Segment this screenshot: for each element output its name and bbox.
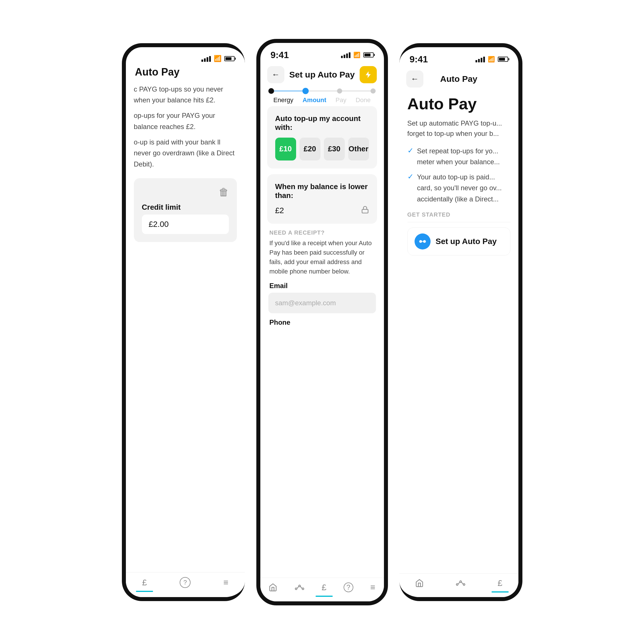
nav-indicator-center	[316, 596, 333, 597]
svg-rect-0	[362, 209, 368, 213]
amount-card-title: Auto top-up my account with:	[275, 114, 369, 132]
email-input[interactable]: sam@example.com	[268, 293, 376, 313]
back-button-right[interactable]: ←	[406, 70, 423, 88]
time-center: 9:41	[271, 50, 289, 60]
amount-btn-other[interactable]: Other	[348, 138, 369, 160]
setup-icon	[415, 233, 431, 249]
lightning-button[interactable]	[360, 66, 377, 83]
nav-indicator-left	[136, 591, 153, 592]
amount-btn-30[interactable]: £30	[324, 138, 345, 160]
amount-card: Auto top-up my account with: £10 £20 £30…	[267, 106, 377, 169]
nav-usage-center[interactable]	[294, 584, 305, 591]
credit-card: 🗑 Credit limit £2.00	[134, 178, 237, 242]
steps-container: Energy Amount Pay Done	[260, 88, 384, 106]
nav-pound-right[interactable]: £	[498, 578, 502, 588]
nav-header-center: ← Set up Auto Pay	[260, 63, 384, 88]
step-dot-1	[268, 88, 274, 94]
status-icons-left: 📶	[201, 55, 235, 62]
pound-icon-right: £	[498, 578, 502, 588]
steps-labels: Energy Amount Pay Done	[268, 94, 376, 104]
divider-right	[407, 222, 510, 222]
step-dot-3	[337, 88, 342, 94]
status-icons-center: 📶	[341, 51, 374, 58]
feature-item-1: ✓ Set repeat top-ups for yo...meter when…	[407, 146, 510, 168]
right-content: Auto Pay Set up automatic PAYG top-u...f…	[399, 92, 518, 573]
battery-right	[498, 57, 508, 62]
balance-card: When my balance is lower than: £2	[267, 174, 377, 224]
check-icon-2: ✓	[407, 172, 414, 205]
auto-pay-heading: Auto Pay	[407, 95, 510, 113]
pound-icon-left: £	[142, 578, 147, 587]
nav-header-right: ← Auto Pay	[399, 68, 518, 92]
get-started-label: GET STARTED	[407, 211, 510, 218]
bottom-nav-center: £ ? ≡	[260, 578, 384, 601]
email-placeholder: sam@example.com	[275, 299, 336, 307]
nav-item-menu-left[interactable]: ≡	[223, 578, 229, 587]
nav-item-help-left[interactable]: ?	[180, 577, 191, 588]
nav-home-right[interactable]	[415, 579, 424, 587]
amount-btn-20[interactable]: £20	[300, 138, 320, 160]
left-page-title: Auto Pay	[135, 66, 180, 78]
nav-title-center: Set up Auto Pay	[289, 70, 355, 80]
setup-autopay-button[interactable]: Set up Auto Pay	[407, 227, 510, 255]
step-line-1	[274, 91, 302, 91]
phone-right: 9:41 📶 ← Auto Pay Auto Pay Set up automa…	[399, 43, 522, 601]
credit-limit-label: Credit limit	[142, 203, 181, 212]
left-body-3: o-up is paid with your bank ll never go …	[134, 137, 237, 170]
email-label: Email	[268, 282, 376, 290]
left-content: c PAYG top-ups so you never when your ba…	[126, 81, 245, 572]
nav-item-pound-left[interactable]: £	[142, 578, 147, 587]
signal-left	[201, 56, 211, 62]
nav-pound-center[interactable]: £	[322, 582, 326, 592]
step-label-pay: Pay	[336, 96, 346, 104]
step-label-done: Done	[356, 96, 371, 104]
step-line-3	[342, 91, 370, 91]
battery-center	[363, 52, 374, 58]
scene: 9:41 📶 Auto Pay c PAYG top-ups so you ne…	[0, 0, 644, 644]
home-icon-center	[269, 583, 277, 592]
status-bar-center: 9:41 📶	[260, 43, 384, 63]
lightning-icon	[364, 71, 372, 79]
status-icons-right: 📶	[475, 56, 508, 63]
help-icon-left: ?	[180, 577, 191, 588]
home-icon-right	[415, 579, 424, 587]
receipt-section: NEED A RECEIPT? If you'd like a receipt …	[267, 229, 377, 329]
signal-center	[341, 52, 350, 58]
credit-value-box: £2.00	[142, 215, 229, 234]
svg-point-3	[302, 588, 304, 590]
features-list: ✓ Set repeat top-ups for yo...meter when…	[407, 146, 510, 205]
steps-dots	[268, 88, 376, 94]
feature-text-1: Set repeat top-ups for yo...meter when y…	[417, 146, 500, 168]
infinity-icon	[419, 237, 427, 245]
nav-help-center[interactable]: ?	[344, 582, 353, 592]
credit-value: £2.00	[149, 220, 169, 229]
svg-point-1	[295, 588, 297, 590]
bottom-nav-right: £	[399, 573, 518, 597]
receipt-label: NEED A RECEIPT?	[268, 229, 376, 236]
help-icon-center: ?	[344, 582, 353, 592]
svg-point-7	[460, 581, 461, 582]
setup-btn-label: Set up Auto Pay	[436, 237, 497, 246]
back-button-center[interactable]: ←	[267, 66, 284, 83]
nav-usage-right[interactable]	[455, 580, 466, 586]
check-icon-1: ✓	[407, 146, 414, 168]
step-dot-4	[370, 88, 376, 94]
bottom-nav-left: £ ? ≡	[126, 572, 245, 597]
amount-btn-10[interactable]: £10	[275, 138, 296, 160]
trash-icon[interactable]: 🗑	[219, 186, 229, 198]
left-body-2: op-ups for your PAYG your balance reache…	[134, 110, 237, 132]
nav-title-right: Auto Pay	[440, 74, 477, 84]
nav-menu-center[interactable]: ≡	[370, 582, 375, 592]
nav-indicator-right	[492, 591, 509, 593]
left-body-1: c PAYG top-ups so you never when your ba…	[134, 84, 237, 106]
step-dot-2	[302, 88, 309, 94]
nav-home-center[interactable]	[269, 583, 277, 592]
left-header: Auto Pay	[126, 66, 245, 81]
status-bar-right: 9:41 📶	[399, 47, 518, 68]
balance-card-title: When my balance is lower than:	[275, 182, 369, 200]
usage-icon-right	[455, 580, 466, 586]
receipt-text: If you'd like a receipt when your Auto P…	[268, 238, 376, 276]
svg-point-6	[456, 584, 458, 585]
lock-svg	[361, 206, 369, 214]
svg-point-2	[299, 585, 300, 587]
